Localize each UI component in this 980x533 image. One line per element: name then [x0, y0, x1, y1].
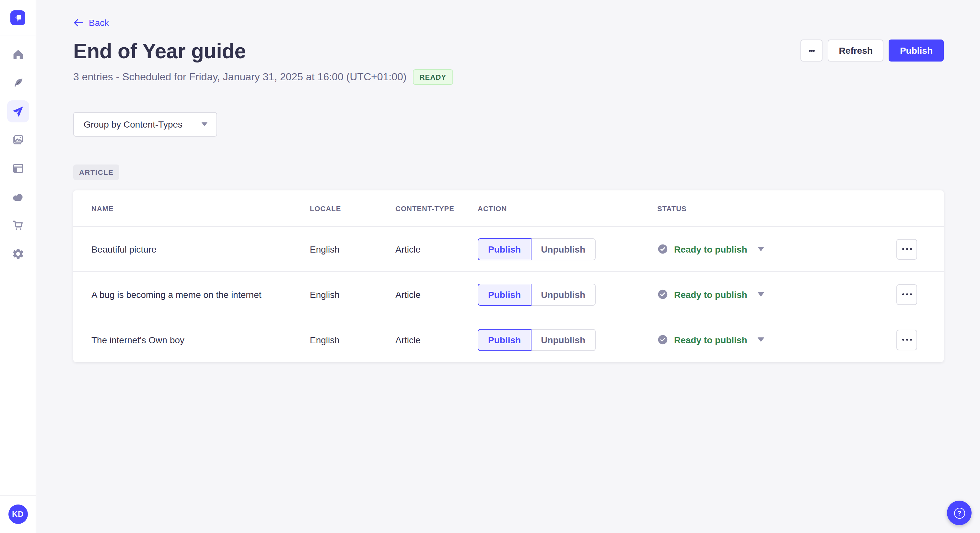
title-row: End of Year guide Refresh Publish — [73, 39, 944, 63]
entry-name: Beautiful picture — [91, 244, 310, 254]
row-more-button[interactable] — [896, 284, 917, 305]
entry-locale: English — [310, 335, 395, 345]
entry-status-dropdown[interactable]: Ready to publish — [657, 334, 896, 345]
column-header-locale: LOCALE — [310, 204, 395, 212]
entry-status-dropdown[interactable]: Ready to publish — [657, 289, 896, 300]
main-content: Back End of Year guide Refresh Publish 3… — [36, 0, 980, 533]
sidebar-item-home[interactable] — [7, 43, 29, 65]
entries-table-card: NAME LOCALE CONTENT-TYPE ACTION STATUS B… — [73, 190, 944, 362]
publish-toggle-button[interactable]: Publish — [478, 238, 531, 260]
check-circle-icon — [657, 289, 668, 300]
column-header-status: STATUS — [657, 204, 896, 212]
dot-icon — [910, 293, 912, 295]
dot-icon — [910, 248, 912, 250]
group-label-row: ARTICLE — [73, 165, 944, 180]
group-by-select[interactable]: Group by Content-Types — [73, 112, 217, 136]
publish-toggle-button[interactable]: Publish — [478, 283, 531, 305]
table-row: The internet's Own boy English Article P… — [73, 317, 944, 362]
release-subtitle: 3 entries - Scheduled for Friday, Januar… — [73, 71, 406, 83]
entry-locale: English — [310, 289, 395, 300]
layout-icon — [11, 162, 24, 175]
sidebar-item-marketplace[interactable] — [7, 214, 29, 236]
status-badge: READY — [413, 69, 453, 85]
gear-icon — [11, 247, 24, 260]
avatar[interactable]: KD — [8, 504, 27, 524]
entry-status-label: Ready to publish — [674, 335, 747, 345]
sidebar-item-content-manager[interactable] — [7, 72, 29, 94]
dot-icon — [811, 49, 813, 51]
group-by-value: Group by Content-Types — [84, 119, 183, 130]
publish-toggle-button[interactable]: Publish — [478, 329, 531, 351]
dot-icon — [902, 248, 904, 250]
strapi-admin-app: KD Back End of Year guide Refresh Publi — [0, 0, 980, 533]
header-actions: Refresh Publish — [801, 40, 944, 62]
table-row: A bug is becoming a meme on the internet… — [73, 271, 944, 317]
table-row: Beautiful picture English Article Publis… — [73, 226, 944, 271]
column-header-action: ACTION — [478, 204, 657, 212]
row-more-button[interactable] — [896, 239, 917, 259]
dot-icon — [809, 49, 811, 51]
caret-down-icon — [757, 337, 765, 343]
entry-actions-cell — [896, 284, 944, 305]
arrow-left-icon — [73, 18, 84, 27]
dot-icon — [906, 339, 908, 341]
toolbar: Group by Content-Types — [73, 112, 944, 136]
entry-content-type: Article — [395, 289, 478, 300]
dot-icon — [906, 248, 908, 250]
sidebar-item-settings[interactable] — [7, 243, 29, 265]
dot-icon — [910, 339, 912, 341]
unpublish-toggle-button[interactable]: Unpublish — [530, 283, 596, 305]
caret-down-icon — [757, 292, 765, 297]
row-more-button[interactable] — [896, 329, 917, 350]
images-icon — [11, 133, 24, 146]
entry-content-type: Article — [395, 244, 478, 254]
paper-plane-icon — [11, 105, 25, 118]
feather-icon — [11, 76, 24, 89]
help-button[interactable]: ? — [947, 501, 972, 525]
sidebar-item-media-library[interactable] — [7, 129, 29, 151]
strapi-logo-icon[interactable] — [10, 10, 25, 25]
entry-name: The internet's Own boy — [91, 335, 310, 345]
dot-icon — [902, 339, 904, 341]
entry-status-dropdown[interactable]: Ready to publish — [657, 244, 896, 254]
question-mark-icon: ? — [954, 508, 965, 519]
check-circle-icon — [657, 334, 668, 345]
dot-icon — [906, 293, 908, 295]
dot-icon — [902, 293, 904, 295]
entry-name: A bug is becoming a meme on the internet — [91, 289, 310, 300]
sidebar-footer: KD — [0, 495, 36, 533]
entry-actions-cell — [896, 239, 944, 259]
entry-action-cell: Publish Unpublish — [478, 283, 657, 305]
chevron-down-icon — [201, 122, 208, 127]
sidebar-item-content-type-builder[interactable] — [7, 157, 29, 179]
cloud-icon — [11, 190, 25, 204]
caret-down-icon — [757, 246, 765, 252]
unpublish-toggle-button[interactable]: Unpublish — [530, 329, 596, 351]
refresh-button[interactable]: Refresh — [828, 40, 884, 62]
action-toggle: Publish Unpublish — [478, 283, 596, 305]
check-circle-icon — [657, 244, 668, 254]
sidebar-item-releases[interactable] — [7, 100, 29, 122]
page-title: End of Year guide — [73, 39, 246, 63]
dot-icon — [813, 49, 815, 51]
logo-container — [0, 0, 36, 36]
subtitle-row: 3 entries - Scheduled for Friday, Januar… — [73, 69, 944, 85]
release-more-button[interactable] — [801, 40, 823, 62]
sidebar-item-deploy[interactable] — [7, 186, 29, 208]
action-toggle: Publish Unpublish — [478, 238, 596, 260]
column-header-name: NAME — [91, 204, 310, 212]
sidebar-nav — [7, 36, 29, 265]
entry-locale: English — [310, 244, 395, 254]
entry-status-label: Ready to publish — [674, 289, 747, 300]
unpublish-toggle-button[interactable]: Unpublish — [530, 238, 596, 260]
action-toggle: Publish Unpublish — [478, 329, 596, 351]
content-type-group-badge: ARTICLE — [73, 165, 119, 180]
table-header-row: NAME LOCALE CONTENT-TYPE ACTION STATUS — [73, 190, 944, 226]
entry-status-label: Ready to publish — [674, 244, 747, 254]
back-link[interactable]: Back — [73, 17, 109, 28]
sidebar: KD — [0, 0, 36, 533]
publish-release-button[interactable]: Publish — [889, 40, 944, 62]
cart-icon — [11, 219, 24, 232]
entry-action-cell: Publish Unpublish — [478, 238, 657, 260]
entry-actions-cell — [896, 329, 944, 350]
